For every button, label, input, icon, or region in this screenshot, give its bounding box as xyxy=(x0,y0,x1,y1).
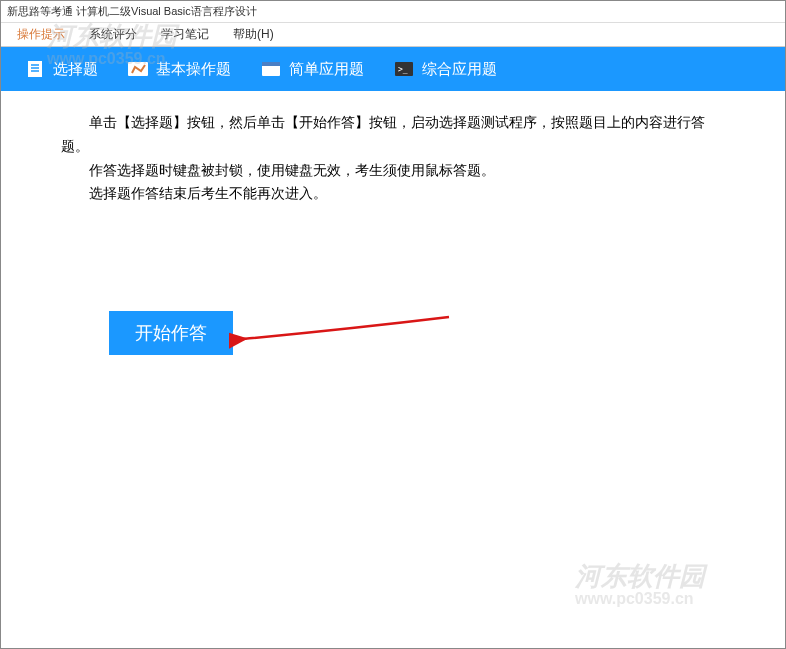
instruction-text: 单击【选择题】按钮，然后单击【开始作答】按钮，启动选择题测试程序，按照题目上的内… xyxy=(61,111,725,206)
tab-comprehensive-app[interactable]: >_ 综合应用题 xyxy=(378,53,511,85)
tab-basic-operation[interactable]: 基本操作题 xyxy=(112,53,245,85)
arrow-annotation-icon xyxy=(229,309,469,393)
tab-label: 综合应用题 xyxy=(422,60,497,79)
tab-bar: 选择题 基本操作题 简单应用题 >_ 综合应用题 xyxy=(1,47,785,91)
title-bar: 新思路等考通 计算机二级Visual Basic语言程序设计 xyxy=(1,1,785,23)
menu-system-score[interactable]: 系统评分 xyxy=(77,23,149,46)
terminal-icon: >_ xyxy=(392,59,416,79)
brush-icon xyxy=(126,59,150,79)
tab-choice-question[interactable]: 选择题 xyxy=(9,53,112,85)
menu-help[interactable]: 帮助(H) xyxy=(221,23,286,46)
tab-simple-app[interactable]: 简单应用题 xyxy=(245,53,378,85)
instruction-line-1: 单击【选择题】按钮，然后单击【开始作答】按钮，启动选择题测试程序，按照题目上的内… xyxy=(61,111,725,159)
start-answer-button[interactable]: 开始作答 xyxy=(109,311,233,355)
content-area: 单击【选择题】按钮，然后单击【开始作答】按钮，启动选择题测试程序，按照题目上的内… xyxy=(1,91,785,648)
document-icon xyxy=(23,59,47,79)
svg-rect-0 xyxy=(28,61,42,77)
menu-study-notes[interactable]: 学习笔记 xyxy=(149,23,221,46)
svg-rect-6 xyxy=(262,62,280,66)
window-title: 新思路等考通 计算机二级Visual Basic语言程序设计 xyxy=(7,4,257,19)
instruction-line-2: 作答选择题时键盘被封锁，使用键盘无效，考生须使用鼠标答题。 xyxy=(61,159,725,183)
tab-label: 简单应用题 xyxy=(289,60,364,79)
tab-label: 基本操作题 xyxy=(156,60,231,79)
menu-bar: 操作提示 系统评分 学习笔记 帮助(H) xyxy=(1,23,785,47)
instruction-line-3: 选择题作答结束后考生不能再次进入。 xyxy=(61,182,725,206)
menu-operation-tips[interactable]: 操作提示 xyxy=(5,23,77,46)
tab-label: 选择题 xyxy=(53,60,98,79)
svg-text:>_: >_ xyxy=(398,65,408,74)
app-icon xyxy=(259,59,283,79)
